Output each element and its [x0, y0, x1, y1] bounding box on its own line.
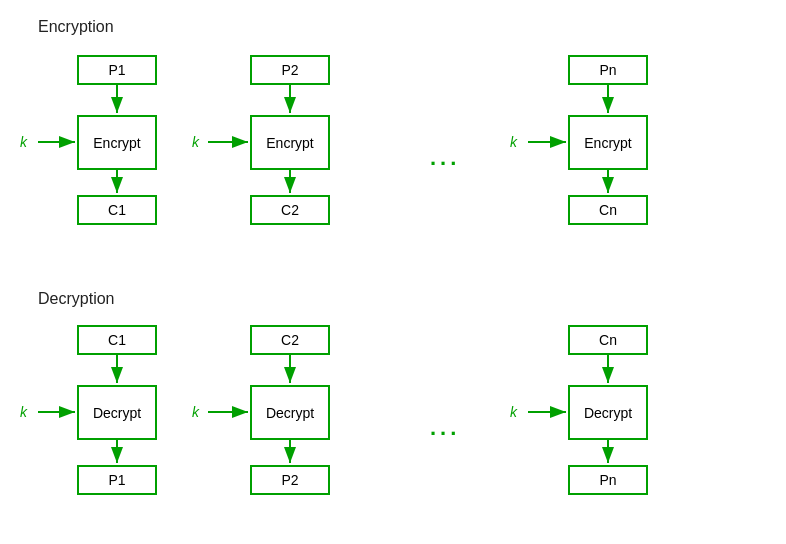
dec1-output-box: P1	[77, 465, 157, 495]
enc2-input-box: P2	[250, 55, 330, 85]
decryption-label: Decryption	[38, 290, 114, 308]
dec2-operation-box: Decrypt	[250, 385, 330, 440]
decn-input-box: Cn	[568, 325, 648, 355]
dec1-key-label: k	[20, 404, 27, 420]
encn-operation-box: Encrypt	[568, 115, 648, 170]
enc2-operation-box: Encrypt	[250, 115, 330, 170]
decn-output-box: Pn	[568, 465, 648, 495]
dec1-operation-box: Decrypt	[77, 385, 157, 440]
encryption-label: Encryption	[38, 18, 114, 36]
dec2-key-label: k	[192, 404, 199, 420]
enc2-output-box: C2	[250, 195, 330, 225]
encn-output-box: Cn	[568, 195, 648, 225]
decn-key-label: k	[510, 404, 517, 420]
diagram-container: Encryption Decryption P1 Encrypt C1 P2 E…	[0, 0, 786, 544]
encn-key-label: k	[510, 134, 517, 150]
enc-dots: ...	[430, 145, 460, 171]
enc1-operation-box: Encrypt	[77, 115, 157, 170]
enc1-key-label: k	[20, 134, 27, 150]
encn-input-box: Pn	[568, 55, 648, 85]
dec2-input-box: C2	[250, 325, 330, 355]
decn-operation-box: Decrypt	[568, 385, 648, 440]
enc1-output-box: C1	[77, 195, 157, 225]
enc2-key-label: k	[192, 134, 199, 150]
dec2-output-box: P2	[250, 465, 330, 495]
enc1-input-box: P1	[77, 55, 157, 85]
dec-dots: ...	[430, 415, 460, 441]
dec1-input-box: C1	[77, 325, 157, 355]
